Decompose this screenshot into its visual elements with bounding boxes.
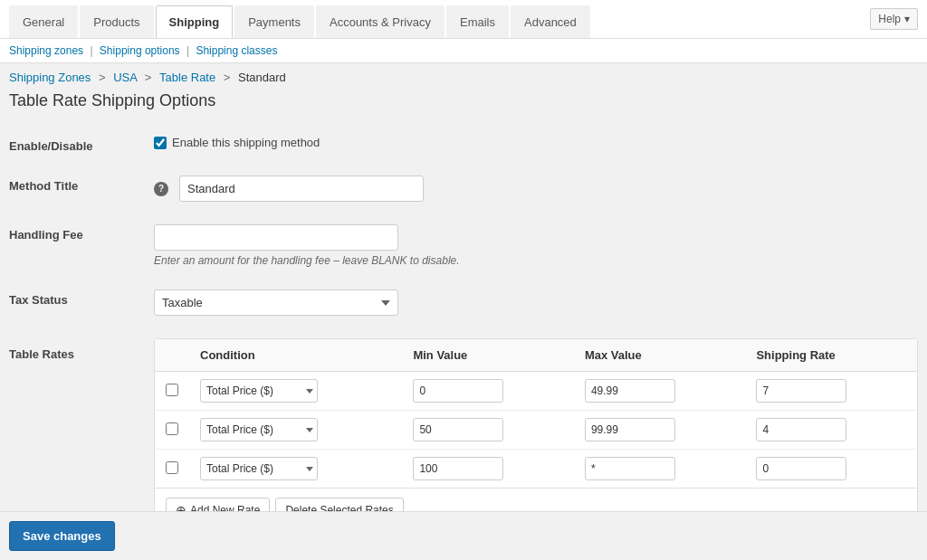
condition-select-1[interactable]: Total Price ($) [200,418,318,441]
tab-general[interactable]: General [9,5,78,38]
handling-fee-label: Handling Fee [9,224,154,242]
col-shipping-rate: Shipping Rate [745,339,917,372]
enable-disable-row: Enable/Disable Enable this shipping meth… [9,125,918,165]
save-changes-button[interactable]: Save changes [9,521,115,551]
top-nav: General Products Shipping Payments Accou… [9,0,592,38]
enable-disable-label: Enable/Disable [9,136,154,153]
col-max-value: Max Value [574,339,746,372]
breadcrumb-current: Standard [238,71,286,84]
row-checkbox-0[interactable] [166,384,178,396]
tax-status-row: Tax Status Taxable None [9,279,918,327]
tab-products[interactable]: Products [80,5,153,38]
row-checkbox-2[interactable] [166,461,178,474]
help-label: Help [878,13,901,25]
page-title: Table Rate Shipping Options [0,88,927,125]
shipping-rate-input-0[interactable] [756,379,846,403]
breadcrumb-table-rate[interactable]: Table Rate [159,71,215,84]
tax-status-label: Tax Status [9,289,154,307]
col-checkbox [155,339,189,372]
table-row: Total Price ($) [155,450,917,489]
method-title-row: Method Title ? [9,165,918,214]
sub-nav: Shipping zones | Shipping options | Ship… [0,39,927,63]
shipping-rate-input-1[interactable] [756,418,846,441]
min-value-input-2[interactable] [413,457,503,480]
handling-fee-hint: Enter an amount for the handling fee – l… [154,254,918,267]
method-title-field: ? [154,176,918,202]
handling-fee-field: Enter an amount for the handling fee – l… [154,224,918,267]
enable-label: Enable this shipping method [172,136,320,149]
tab-accounts-privacy[interactable]: Accounts & Privacy [316,5,444,38]
main-content: Enable/Disable Enable this shipping meth… [0,125,927,560]
max-value-input-2[interactable] [585,457,675,480]
method-title-input[interactable] [179,176,424,202]
breadcrumb-usa[interactable]: USA [113,71,137,84]
help-button[interactable]: Help ▾ [870,8,918,30]
tab-advanced[interactable]: Advanced [511,5,590,38]
condition-select-2[interactable]: Total Price ($) [200,457,318,480]
handling-fee-row: Handling Fee Enter an amount for the han… [9,214,918,279]
row-checkbox-1[interactable] [166,422,178,435]
table-rates-label: Table Rates [9,338,154,361]
table-row: Total Price ($) [155,372,917,411]
chevron-down-icon: ▾ [904,13,910,25]
tab-shipping[interactable]: Shipping [156,5,234,38]
max-value-input-0[interactable] [585,379,675,403]
method-title-label-text: Method Title [9,179,78,193]
col-min-value: Min Value [402,339,574,372]
shipping-rate-input-2[interactable] [756,457,846,480]
method-title-label: Method Title [9,176,154,193]
subnav-shipping-zones[interactable]: Shipping zones [9,44,83,57]
max-value-input-1[interactable] [585,418,675,441]
rates-container: Condition Min Value Max Value Shipping R… [154,338,918,533]
breadcrumb: Shipping Zones > USA > Table Rate > Stan… [0,63,927,88]
tab-emails[interactable]: Emails [446,5,509,38]
tax-status-field: Taxable None [154,289,918,316]
enable-disable-field: Enable this shipping method [154,136,918,149]
min-value-input-0[interactable] [413,379,503,403]
subnav-shipping-classes[interactable]: Shipping classes [196,44,277,57]
save-bar: Save changes [0,511,927,560]
enable-checkbox[interactable] [154,137,167,149]
handling-fee-input[interactable] [154,224,398,251]
top-bar: General Products Shipping Payments Accou… [0,0,927,39]
condition-select-0[interactable]: Total Price ($) [200,379,318,403]
subnav-shipping-options[interactable]: Shipping options [100,44,180,57]
tab-payments[interactable]: Payments [234,5,314,38]
tax-status-select[interactable]: Taxable None [154,289,398,316]
info-icon: ? [154,182,168,196]
rates-table: Condition Min Value Max Value Shipping R… [155,339,917,488]
breadcrumb-shipping-zones[interactable]: Shipping Zones [9,71,91,84]
table-row: Total Price ($) [155,411,917,450]
col-condition: Condition [189,339,402,372]
min-value-input-1[interactable] [413,418,503,441]
